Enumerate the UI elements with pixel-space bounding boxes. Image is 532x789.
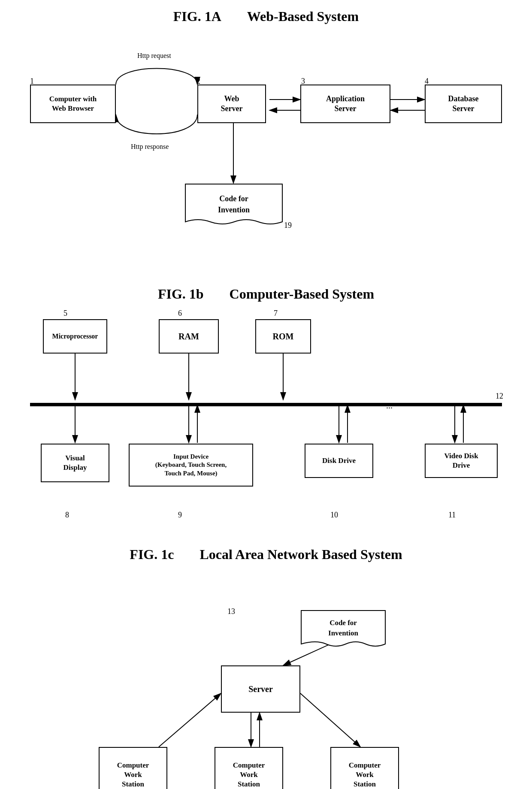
svg-line-34 <box>159 693 221 747</box>
svg-text:13: 13 <box>227 607 235 616</box>
server-box: Server <box>221 665 300 713</box>
rom-box: ROM <box>255 319 311 354</box>
ws1-box: Computer Work Station <box>99 747 167 789</box>
fig1a-subtitle: Web-Based System <box>247 9 359 24</box>
fig1b-subtitle: Computer-Based System <box>230 286 374 302</box>
fig1b-diagram: 5 6 7 12 8 9 10 11 ... Microprocessor RA… <box>17 306 515 521</box>
fig1a-diagram: Http request Http response 1 2 3 4 Compu… <box>17 29 515 278</box>
svg-text:3: 3 <box>301 77 305 85</box>
svg-text:12: 12 <box>496 392 503 400</box>
microprocessor-box: Microprocessor <box>43 319 107 354</box>
svg-text:2: 2 <box>196 77 200 85</box>
svg-text:9: 9 <box>178 511 182 519</box>
svg-text:Invention: Invention <box>328 629 358 637</box>
svg-text:Code for: Code for <box>219 194 248 203</box>
fig1a-title: FIG. 1A <box>173 9 221 24</box>
svg-text:1: 1 <box>30 77 34 85</box>
svg-text:8: 8 <box>65 511 69 519</box>
disk-drive-box: Disk Drive <box>305 444 373 478</box>
svg-text:Http response: Http response <box>131 143 169 151</box>
fig1c-header: FIG. 1c Local Area Network Based System <box>17 547 515 562</box>
svg-text:4: 4 <box>425 77 429 85</box>
video-disk-drive-box: Video Disk Drive <box>425 444 498 478</box>
bus-bar <box>30 403 502 406</box>
svg-text:Http request: Http request <box>137 52 171 60</box>
fig1a-header: FIG. 1A Web-Based System <box>17 9 515 24</box>
ref-19-fig1a: 19 <box>284 221 292 230</box>
fig1c-subtitle: Local Area Network Based System <box>200 547 402 562</box>
svg-text:11: 11 <box>448 511 456 519</box>
svg-text:Code for: Code for <box>329 619 357 627</box>
svg-text:6: 6 <box>178 309 182 317</box>
svg-line-37 <box>300 693 360 747</box>
visual-display-box: Visual Display <box>41 444 109 482</box>
dbserver-box: Database Server <box>425 85 502 123</box>
appserver-box: Application Server <box>300 85 390 123</box>
ram-box: RAM <box>159 319 219 354</box>
ws3-box: Computer Work Station <box>330 747 399 789</box>
code-box-fig1c: Code for Invention <box>300 610 386 653</box>
svg-text:7: 7 <box>274 309 278 317</box>
svg-text:5: 5 <box>63 309 67 317</box>
svg-text:Invention: Invention <box>218 206 250 214</box>
webserver-box: Web Server <box>197 85 266 123</box>
svg-text:10: 10 <box>330 511 338 519</box>
ws2-box: Computer Work Station <box>215 747 283 789</box>
input-device-box: Input Device (Keyboard, Touch Screen, To… <box>129 444 253 487</box>
code-box: Code for Invention <box>184 183 283 230</box>
computer-box: Computer with Web Browser <box>30 85 116 123</box>
fig1c-title: FIG. 1c <box>130 547 174 562</box>
fig1c-diagram: 13 19 14 15 16 Server Code for Invention… <box>17 567 515 789</box>
fig1b-header: FIG. 1b Computer-Based System <box>17 286 515 302</box>
fig1b-title: FIG. 1b <box>158 286 204 302</box>
